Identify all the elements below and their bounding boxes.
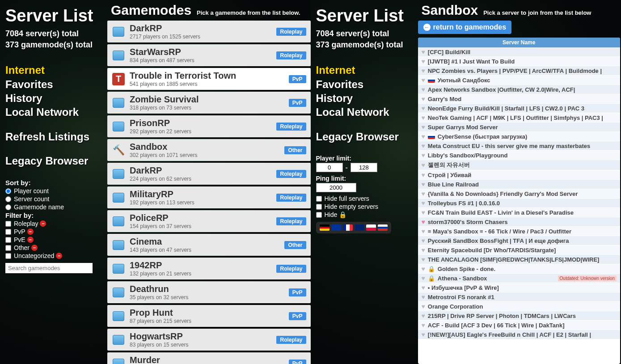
server-row[interactable]: ♥Blue Line Railroad xyxy=(418,180,621,189)
favorite-heart-icon[interactable]: ♥ xyxy=(422,142,425,149)
nav-internet[interactable]: Internet xyxy=(5,63,102,77)
flag-gb-icon[interactable] xyxy=(355,224,364,231)
flag-fr-icon[interactable] xyxy=(343,224,353,231)
filter-check-uncategorized[interactable] xyxy=(5,253,11,259)
favorite-heart-icon[interactable]: ♥ xyxy=(422,76,425,84)
refresh-listings[interactable]: Refresh Listings xyxy=(5,131,102,143)
server-row[interactable]: ♥{Vanilla & No Downloads} Friendly Garry… xyxy=(418,189,621,199)
gamemode-item[interactable]: Murder75 players on 123 serversPvP xyxy=(107,352,311,364)
server-row[interactable]: ♥215RP | Drive RP Server | Photon | TDMC… xyxy=(418,311,621,321)
server-row[interactable]: ♥[CFC] Build/Kill xyxy=(418,47,621,57)
server-row[interactable]: ♥Apex Networks Sandbox |Outfitter, CW 2.… xyxy=(418,85,621,94)
hide-empty-checkbox[interactable] xyxy=(316,204,322,210)
server-row[interactable]: ♥NeonEdge Furry Build/Kill | Starfall | … xyxy=(418,104,621,113)
sort-radio-1[interactable] xyxy=(5,196,11,202)
gamemode-item[interactable]: DarkRP2717 players on 1525 serversRolepl… xyxy=(107,21,311,42)
server-row[interactable]: ♥Metrostroi FS norank #1 xyxy=(418,292,621,302)
player-limit-min[interactable] xyxy=(316,163,343,172)
server-row[interactable]: ♥Orange Corporation xyxy=(418,302,621,311)
flag-pl-icon[interactable] xyxy=(366,224,376,231)
filter-remove-icon[interactable]: − xyxy=(27,237,34,243)
return-to-gamemodes-button[interactable]: ← return to gamemodes xyxy=(418,21,512,34)
filter-check-roleplay[interactable] xyxy=(5,221,11,227)
favorite-heart-icon[interactable]: ♥ xyxy=(422,190,425,197)
gamemode-item[interactable]: MilitaryRP192 players on 113 serversRole… xyxy=(107,186,311,208)
gamemode-item[interactable]: TTrouble in Terrorist Town541 players on… xyxy=(107,68,311,90)
server-row[interactable]: ♥≡ Maya's Sandbox ≡ - 66 Tick / Wire / P… xyxy=(418,227,621,236)
server-row[interactable]: ♥CyberSense (быстрая загрузка) xyxy=(418,132,621,141)
nav-local-network[interactable]: Local Network xyxy=(5,105,102,119)
favorite-heart-icon[interactable]: ♥ xyxy=(422,256,425,263)
gamemode-item[interactable]: Zombie Survival318 players on 73 servers… xyxy=(107,92,311,114)
server-row[interactable]: ♥[!NEW!][AUS] Eagle's FreeBuild n Chill … xyxy=(418,330,621,339)
gamemode-item[interactable]: Deathrun35 players on 32 serversPvP xyxy=(107,281,311,303)
favorite-heart-icon[interactable]: ♥ xyxy=(422,218,425,225)
favorite-heart-icon[interactable]: ♥ xyxy=(422,275,425,282)
gamemode-item[interactable]: Prop Hunt87 players on 215 serversPvP xyxy=(107,305,311,327)
gamemode-item[interactable]: StarWarsRP834 players on 487 serversRole… xyxy=(107,44,311,66)
favorite-heart-icon[interactable]: ♥ xyxy=(422,133,425,140)
server-row[interactable]: ♥Уютный Сандбокс xyxy=(418,76,621,85)
server-row[interactable]: ♥Libby's Sandbox/Playground xyxy=(418,151,621,160)
favorite-heart-icon[interactable]: ♥ xyxy=(422,246,425,254)
nav-history[interactable]: History xyxy=(5,91,102,105)
gamemode-item[interactable]: 🔨Sandbox302 players on 1071 serversOther xyxy=(107,139,311,161)
favorite-heart-icon[interactable]: ♥ xyxy=(422,303,425,310)
favorite-heart-icon[interactable]: ♥ xyxy=(422,152,425,159)
favorite-heart-icon[interactable]: ♥ xyxy=(422,123,425,131)
favorite-heart-icon[interactable]: ♥ xyxy=(422,284,425,291)
favorite-heart-icon[interactable]: ♥ xyxy=(422,331,425,338)
favorite-heart-icon[interactable]: ♥ xyxy=(422,114,425,121)
server-row[interactable]: ♥NeoTek Gaming | ACF | M9K | LFS | Outfi… xyxy=(418,113,621,123)
favorite-heart-icon[interactable]: ♥ xyxy=(422,312,425,319)
server-row[interactable]: ♥storm37000's Storm Chasers xyxy=(418,217,621,227)
server-row[interactable]: ♥Garry's Mod xyxy=(418,94,621,104)
legacy-browser[interactable]: Legacy Browser xyxy=(5,155,102,167)
server-name-header[interactable]: Server Name xyxy=(418,38,621,47)
favorite-heart-icon[interactable]: ♥ xyxy=(422,161,425,169)
nav-internet[interactable]: Internet xyxy=(316,63,413,77)
favorite-heart-icon[interactable]: ♥ xyxy=(422,67,425,74)
filter-remove-icon[interactable]: − xyxy=(27,229,34,235)
favorite-heart-icon[interactable]: ♥ xyxy=(422,265,425,272)
server-row[interactable]: ♥THE ANCALAGON [SIMF|GREDWCH|TANKS|LFS|J… xyxy=(418,255,621,264)
nav-favorites[interactable]: Favorites xyxy=(5,77,102,91)
ping-limit-input[interactable] xyxy=(316,183,356,192)
favorite-heart-icon[interactable]: ♥ xyxy=(422,228,425,235)
player-limit-max[interactable] xyxy=(351,163,377,172)
filter-remove-icon[interactable]: − xyxy=(31,245,38,251)
server-row[interactable]: ♥ACF - Build [ACF 3 Dev | 66 Tick | Wire… xyxy=(418,321,621,330)
server-row[interactable]: ♥NPC Zombies vs. Players | PVP/PVE | Arc… xyxy=(418,66,621,76)
server-row[interactable]: ♥Meta Construct EU - this server give me… xyxy=(418,141,621,151)
gamemode-item[interactable]: PoliceRP154 players on 37 serversRolepla… xyxy=(107,210,311,232)
favorite-heart-icon[interactable]: ♥ xyxy=(422,293,425,301)
filter-check-pve[interactable] xyxy=(5,237,11,243)
server-row[interactable]: ♥🔒Athena - SandboxOutdated: Unknown vers… xyxy=(418,274,621,283)
hide-full-checkbox[interactable] xyxy=(316,196,322,202)
server-row[interactable]: ♥Super Garrys Mod Server xyxy=(418,123,621,132)
filter-check-other[interactable] xyxy=(5,245,11,251)
server-row[interactable]: ♥Русский SandBox BossFight | TFA | И еще… xyxy=(418,236,621,245)
server-row[interactable]: ♥[IJWTB] #1 I Just Want To Build xyxy=(418,57,621,66)
server-row[interactable]: ♥🔒Golden Spike - done. xyxy=(418,264,621,274)
server-row[interactable]: ♥Строй | Убивай xyxy=(418,170,621,180)
nav-favorites[interactable]: Favorites xyxy=(316,77,413,91)
favorite-heart-icon[interactable]: ♥ xyxy=(422,209,425,216)
gamemode-item[interactable]: 1942RP132 players on 21 serversRoleplay xyxy=(107,258,311,279)
gamemode-item[interactable]: Cinema143 players on 47 serversOther xyxy=(107,234,311,256)
favorite-heart-icon[interactable]: ♥ xyxy=(422,105,425,112)
filter-remove-icon[interactable]: − xyxy=(40,220,46,227)
favorite-heart-icon[interactable]: ♥ xyxy=(422,181,425,188)
gamemode-item[interactable]: HogwartsRP83 players on 15 serversRolepl… xyxy=(107,329,311,351)
server-row[interactable]: ♥Eternity Spacebuild [Dr Who/TARDIS/Star… xyxy=(418,245,621,255)
gamemode-item[interactable]: DarkRP224 players on 62 serversRoleplay xyxy=(107,163,311,185)
hide-password-checkbox[interactable] xyxy=(316,212,322,218)
legacy-browser[interactable]: Legacy Browser xyxy=(316,131,413,143)
favorite-heart-icon[interactable]: ♥ xyxy=(422,95,425,102)
gamemode-item[interactable]: PrisonRP292 players on 22 serversRolepla… xyxy=(107,115,311,137)
favorite-heart-icon[interactable]: ♥ xyxy=(422,48,425,55)
sort-radio-2[interactable] xyxy=(5,204,11,210)
nav-history[interactable]: History xyxy=(316,91,413,105)
flag-eu-icon[interactable] xyxy=(331,224,341,231)
server-row[interactable]: ♥FC&N Train Build EAST - Livin' in a Die… xyxy=(418,208,621,217)
